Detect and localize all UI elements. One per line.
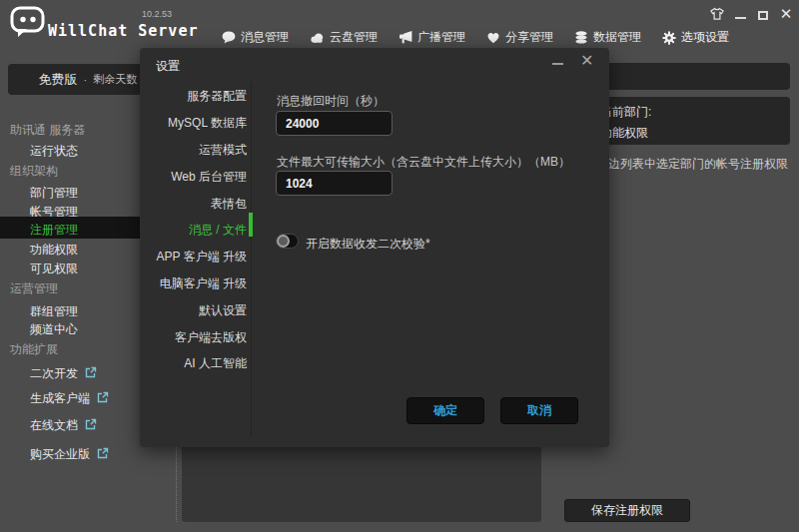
maximize-button[interactable] <box>756 7 770 21</box>
dialog-nav-web-admin[interactable]: Web 后台管理 <box>144 169 247 186</box>
dialog-title: 设置 <box>156 58 180 75</box>
cloud-icon <box>310 32 325 44</box>
dialog-nav-server-config[interactable]: 服务器配置 <box>144 88 247 105</box>
megaphone-icon <box>399 31 412 44</box>
sidebar-item-visible-permission[interactable]: 可见权限 <box>30 261 78 277</box>
dialog-minimize-icon[interactable] <box>552 63 563 65</box>
gear-icon <box>662 31 676 45</box>
sidebar-item-register-management[interactable]: 注册管理 <box>30 222 78 239</box>
right-toolbar-strip <box>595 63 790 90</box>
external-link-icon <box>85 418 97 433</box>
chat-bubble-icon <box>222 31 236 44</box>
license-dot: · <box>84 74 88 86</box>
message-recall-label: 消息撤回时间（秒） <box>277 93 385 110</box>
close-button[interactable]: ✕ <box>779 7 793 21</box>
double-verify-label: 开启数据收发二次校验* <box>306 236 430 253</box>
sidebar-section-operation: 运营管理 <box>10 280 58 297</box>
dialog-nav-app-client-upgrade[interactable]: APP 客户端 升级 <box>144 249 247 266</box>
dialog-nav-mysql-database[interactable]: MySQL 数据库 <box>144 115 247 132</box>
dialog-nav-default-settings[interactable]: 默认设置 <box>144 302 247 319</box>
dialog-nav-message-file[interactable]: 消息 / 文件 <box>144 222 247 239</box>
menu-share-management[interactable]: 分享管理 <box>486 29 553 46</box>
app-logo-icon <box>10 6 46 41</box>
sidebar-section-extension: 功能扩展 <box>10 341 58 358</box>
sidebar-link-generate-client[interactable]: 生成客户端 <box>30 390 109 407</box>
license-days-label: 剩余天数 <box>93 72 137 87</box>
app-window: 当前部门: 功能权限 左边列表中选定部门的帐号注册权限 保存注册权限 WillC… <box>0 0 799 532</box>
sidebar-section-server: 助讯通 服务器 <box>10 122 85 139</box>
sidebar-item-channel-center[interactable]: 频道中心 <box>30 321 78 338</box>
dialog-nav-selected-indicator <box>249 213 253 237</box>
max-file-size-input[interactable] <box>276 171 393 196</box>
sidebar-link-online-docs[interactable]: 在线文档 <box>30 417 97 434</box>
top-menubar: 消息管理 云盘管理 广播管理 分享管理 数据管理 选项设置 <box>222 29 729 46</box>
menu-cloud-management[interactable]: 云盘管理 <box>310 29 378 46</box>
ok-button[interactable]: 确定 <box>406 397 484 424</box>
skin-theme-icon[interactable] <box>710 7 724 21</box>
sidebar-item-function-permission[interactable]: 功能权限 <box>30 242 78 259</box>
dialog-nav-emoji-pack[interactable]: 表情包 <box>144 196 247 213</box>
sidebar-link-secondary-development[interactable]: 二次开发 <box>30 365 97 382</box>
menu-data-management[interactable]: 数据管理 <box>574 29 641 46</box>
dialog-nav-pc-client-upgrade[interactable]: 电脑客户端 升级 <box>144 275 247 292</box>
heart-icon <box>486 31 500 44</box>
sidebar-item-running-status[interactable]: 运行状态 <box>30 143 78 160</box>
menu-message-management[interactable]: 消息管理 <box>222 29 289 46</box>
license-edition: 免费版 <box>39 71 78 89</box>
external-link-icon <box>85 366 97 381</box>
register-permission-hint: 左边列表中选定部门的帐号注册权限 <box>596 156 788 173</box>
dialog-nav-operation-mode[interactable]: 运营模式 <box>144 142 247 159</box>
menu-option-settings[interactable]: 选项设置 <box>662 29 729 46</box>
dialog-nav-client-debrand[interactable]: 客户端去版权 <box>144 329 247 346</box>
sidebar-section-organization: 组织架构 <box>10 163 58 180</box>
toggle-knob <box>277 235 290 248</box>
sidebar-link-buy-enterprise[interactable]: 购买企业版 <box>30 446 109 463</box>
double-verify-toggle[interactable] <box>276 234 299 249</box>
save-register-permission-button[interactable]: 保存注册权限 <box>564 499 690 522</box>
menu-broadcast-management[interactable]: 广播管理 <box>399 29 465 46</box>
minimize-button[interactable] <box>733 7 747 21</box>
app-title: WillChat Server <box>48 22 198 40</box>
settings-dialog: 设置 ✕ 服务器配置 MySQL 数据库 运营模式 Web 后台管理 表情包 消… <box>140 48 609 447</box>
window-controls: ✕ <box>710 6 793 22</box>
message-recall-input[interactable] <box>276 111 393 136</box>
app-version: 10.2.53 <box>142 9 172 19</box>
dialog-nav-divider <box>251 82 252 437</box>
database-icon <box>574 31 588 44</box>
dialog-nav-ai[interactable]: AI 人工智能 <box>144 355 247 372</box>
sidebar-item-department-management[interactable]: 部门管理 <box>30 185 78 202</box>
external-link-icon <box>97 391 109 406</box>
max-file-size-label: 文件最大可传输大小（含云盘中文件上传大小）（MB） <box>277 154 570 171</box>
sidebar-item-group-management[interactable]: 群组管理 <box>30 303 78 320</box>
dialog-close-icon[interactable]: ✕ <box>580 51 593 70</box>
cancel-button[interactable]: 取消 <box>500 397 578 424</box>
external-link-icon <box>97 447 109 462</box>
